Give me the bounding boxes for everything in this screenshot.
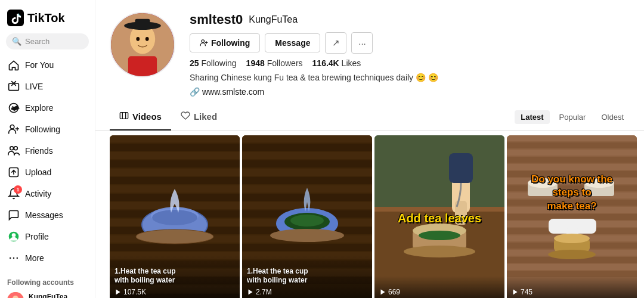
svg-point-50 bbox=[152, 210, 197, 225]
following-account-item[interactable]: KungFuTea smltest0 bbox=[0, 289, 95, 298]
more-options-button[interactable]: ··· bbox=[351, 32, 373, 54]
friends-icon bbox=[7, 144, 20, 157]
video-overlay-2: 1.Heat the tea cupwith boiling water 2.7… bbox=[242, 255, 372, 298]
likes-stat[interactable]: 116.4K Likes bbox=[312, 58, 361, 68]
tabs-bar: Videos Liked Latest Popular Oldest bbox=[95, 104, 644, 131]
upload-icon bbox=[7, 166, 20, 179]
video-card-1[interactable]: Pinned bbox=[110, 135, 240, 298]
sidebar-label-activity: Activity bbox=[25, 189, 51, 198]
tab-videos[interactable]: Videos bbox=[110, 104, 171, 131]
search-box[interactable]: 🔍 Search bbox=[6, 33, 89, 49]
more-options-icon: ··· bbox=[358, 38, 366, 48]
svg-marker-77 bbox=[249, 290, 253, 295]
svg-point-4 bbox=[10, 125, 14, 129]
svg-rect-23 bbox=[120, 113, 128, 119]
profile-displayname: KungFuTea bbox=[249, 14, 298, 25]
video-caption-2: 1.Heat the tea cupwith boiling water bbox=[247, 267, 367, 285]
svg-point-6 bbox=[14, 147, 17, 150]
video-overlay-4: 745 bbox=[507, 276, 637, 298]
following-count: 25 bbox=[190, 58, 199, 68]
video-caption-1: 1.Heat the tea cupwith boiling water bbox=[114, 267, 235, 285]
search-icon: 🔍 bbox=[12, 37, 21, 46]
messages-icon bbox=[7, 209, 20, 222]
svg-rect-60 bbox=[242, 177, 372, 184]
svg-rect-59 bbox=[242, 169, 372, 176]
video-views-4: 745 bbox=[512, 288, 632, 296]
sidebar-item-messages[interactable]: Messages bbox=[0, 204, 95, 226]
sidebar-item-profile[interactable]: Profile bbox=[0, 226, 95, 247]
tiktok-logo-icon bbox=[7, 10, 24, 26]
followers-count: 1948 bbox=[246, 58, 265, 68]
views-count-1: 107.5K bbox=[123, 288, 146, 296]
svg-rect-95 bbox=[507, 164, 637, 170]
message-btn-label: Message bbox=[275, 38, 310, 48]
svg-point-121 bbox=[554, 234, 590, 243]
svg-point-11 bbox=[13, 257, 15, 259]
followers-stat-label: Followers bbox=[267, 58, 303, 68]
svg-rect-56 bbox=[242, 144, 372, 151]
svg-point-12 bbox=[17, 257, 18, 259]
sort-oldest-button[interactable]: Oldest bbox=[595, 110, 630, 124]
message-button[interactable]: Message bbox=[265, 33, 320, 52]
videos-grid: Pinned bbox=[95, 131, 644, 298]
tab-liked[interactable]: Liked bbox=[171, 104, 227, 131]
sidebar: TikTok 🔍 Search For You LIVE Explore Fol… bbox=[0, 0, 95, 298]
svg-rect-109 bbox=[507, 264, 637, 270]
following-stat[interactable]: 25 Following bbox=[190, 58, 237, 68]
sort-latest-button[interactable]: Latest bbox=[515, 110, 549, 124]
svg-rect-29 bbox=[110, 152, 240, 159]
views-count-3: 669 bbox=[388, 288, 400, 296]
share-button[interactable]: ↗ bbox=[325, 32, 346, 54]
video-card-3[interactable]: Add tea leaves 669 bbox=[374, 135, 504, 298]
website-url: www.smlste.com bbox=[202, 87, 264, 97]
svg-rect-31 bbox=[110, 169, 240, 176]
svg-rect-18 bbox=[135, 19, 150, 28]
sidebar-item-more[interactable]: More bbox=[0, 247, 95, 269]
stats-row: 25 Following 1948 Followers 116.4K Likes bbox=[190, 58, 630, 68]
explore-icon bbox=[7, 101, 20, 114]
text-overlay-3: Add tea leaves bbox=[398, 212, 481, 225]
followers-stat[interactable]: 1948 Followers bbox=[246, 58, 303, 68]
more-icon bbox=[7, 252, 20, 265]
sidebar-item-explore[interactable]: Explore bbox=[0, 97, 95, 119]
svg-marker-123 bbox=[513, 290, 518, 295]
sidebar-item-upload[interactable]: Upload bbox=[0, 162, 95, 183]
profile-avatar bbox=[110, 12, 175, 77]
sidebar-item-live[interactable]: LIVE bbox=[0, 76, 95, 97]
sort-popular-button[interactable]: Popular bbox=[553, 110, 592, 124]
sidebar-item-for-you[interactable]: For You bbox=[0, 54, 95, 76]
svg-rect-30 bbox=[110, 160, 240, 167]
sidebar-item-friends[interactable]: Friends bbox=[0, 140, 95, 162]
following-button[interactable]: Following bbox=[190, 33, 260, 52]
svg-rect-92 bbox=[507, 142, 637, 148]
sort-buttons: Latest Popular Oldest bbox=[515, 110, 630, 124]
videos-tab-icon bbox=[119, 111, 129, 122]
sidebar-label-upload: Upload bbox=[25, 167, 51, 177]
video-views-1: 107.5K bbox=[114, 288, 235, 296]
svg-point-122 bbox=[548, 250, 596, 259]
main-content: smltest0 KungFuTea Following Message ↗ ·… bbox=[95, 0, 644, 298]
video-card-4[interactable]: Do you know thesteps tomake tea? 745 bbox=[507, 135, 637, 298]
sidebar-label-profile: Profile bbox=[25, 232, 49, 241]
svg-point-75 bbox=[290, 215, 324, 226]
logo[interactable]: TikTok bbox=[0, 5, 95, 33]
liked-tab-icon bbox=[181, 111, 190, 122]
svg-point-88 bbox=[419, 231, 460, 240]
sidebar-item-activity[interactable]: 1 Activity bbox=[0, 183, 95, 204]
views-count-4: 745 bbox=[521, 288, 532, 296]
sidebar-label-explore: Explore bbox=[25, 103, 53, 113]
sidebar-label-friends: Friends bbox=[25, 146, 53, 156]
likes-count: 116.4K bbox=[312, 58, 339, 68]
svg-rect-87 bbox=[449, 153, 473, 183]
svg-point-84 bbox=[404, 246, 475, 257]
svg-rect-40 bbox=[110, 244, 240, 251]
svg-point-21 bbox=[145, 37, 149, 41]
svg-rect-91 bbox=[507, 135, 637, 141]
svg-rect-1 bbox=[9, 83, 19, 91]
profile-website[interactable]: 🔗 www.smlste.com bbox=[190, 87, 630, 97]
home-icon bbox=[7, 58, 20, 72]
video-card-2[interactable]: Pinned bbox=[242, 135, 372, 298]
svg-point-20 bbox=[136, 37, 140, 41]
svg-marker-89 bbox=[381, 290, 385, 295]
sidebar-item-following[interactable]: Following bbox=[0, 119, 95, 140]
